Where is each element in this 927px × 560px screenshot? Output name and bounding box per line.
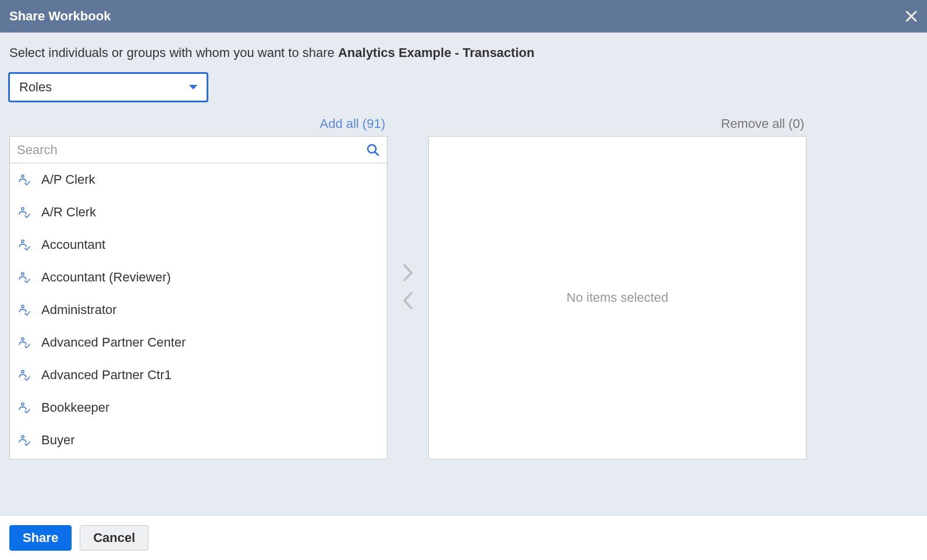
- dialog-footer: Share Cancel: [0, 515, 927, 560]
- instruction-prefix: Select individuals or groups with whom y…: [9, 45, 338, 60]
- role-icon: [17, 433, 31, 447]
- svg-point-2: [22, 208, 24, 210]
- list-item-label: Buyer: [41, 433, 74, 448]
- dialog-title: Share Workbook: [9, 9, 111, 24]
- share-type-dropdown[interactable]: Roles: [9, 73, 207, 101]
- available-panel: A/P ClerkA/R ClerkAccountantAccountant (…: [9, 136, 388, 459]
- role-icon: [17, 238, 31, 252]
- svg-point-7: [22, 370, 24, 373]
- move-right-button[interactable]: [402, 263, 414, 285]
- list-item[interactable]: Bookkeeper: [10, 391, 387, 424]
- dropdown-selected-label: Roles: [19, 80, 52, 95]
- svg-point-8: [22, 403, 24, 405]
- list-item[interactable]: Accountant (Reviewer): [10, 261, 387, 294]
- list-item-label: Administrator: [41, 302, 117, 318]
- svg-point-3: [22, 240, 24, 242]
- svg-point-5: [22, 305, 24, 308]
- svg-point-9: [22, 436, 24, 438]
- selected-panel-wrap: Remove all (0) No items selected: [428, 116, 807, 459]
- dual-list-picker: Add all (91) A/P ClerkA/R ClerkAccountan…: [9, 116, 918, 459]
- svg-point-6: [22, 338, 24, 340]
- list-item-label: Advanced Partner Ctr1: [41, 368, 172, 383]
- role-icon: [17, 401, 31, 415]
- list-item[interactable]: Administrator: [10, 294, 387, 326]
- add-all-link[interactable]: Add all (91): [319, 116, 385, 131]
- cancel-button[interactable]: Cancel: [80, 525, 148, 551]
- list-item-label: Advanced Partner Center: [41, 335, 186, 350]
- list-item[interactable]: A/P Clerk: [10, 163, 387, 196]
- available-list[interactable]: A/P ClerkA/R ClerkAccountantAccountant (…: [10, 163, 387, 459]
- list-item[interactable]: Accountant: [10, 229, 387, 261]
- list-item[interactable]: A/R Clerk: [10, 196, 387, 229]
- search-input[interactable]: [17, 142, 366, 158]
- role-icon: [17, 270, 31, 284]
- remove-all-link[interactable]: Remove all (0): [721, 116, 804, 131]
- workbook-name: Analytics Example - Transaction: [338, 45, 534, 60]
- move-left-button[interactable]: [402, 291, 414, 313]
- selected-panel: No items selected: [428, 136, 807, 459]
- role-icon: [17, 173, 31, 187]
- close-icon[interactable]: [905, 10, 918, 23]
- svg-point-1: [22, 175, 24, 177]
- selected-actionbar: Remove all (0): [428, 116, 807, 136]
- share-button[interactable]: Share: [9, 525, 72, 551]
- titlebar: Share Workbook: [0, 0, 927, 33]
- list-item-label: Bookkeeper: [41, 400, 109, 415]
- available-actionbar: Add all (91): [9, 116, 388, 136]
- search-icon[interactable]: [366, 143, 380, 157]
- role-icon: [17, 205, 31, 219]
- list-item[interactable]: Advanced Partner Ctr1: [10, 359, 387, 391]
- instruction-text: Select individuals or groups with whom y…: [9, 45, 918, 60]
- role-icon: [17, 336, 31, 349]
- available-panel-wrap: Add all (91) A/P ClerkA/R ClerkAccountan…: [9, 116, 388, 459]
- search-bar: [10, 137, 387, 163]
- role-icon: [17, 368, 31, 382]
- mover-controls: [388, 116, 428, 459]
- list-item[interactable]: Buyer: [10, 424, 387, 456]
- no-items-placeholder: No items selected: [567, 290, 669, 305]
- list-item-label: A/P Clerk: [41, 172, 95, 187]
- list-item-label: Accountant: [41, 237, 105, 252]
- svg-point-4: [22, 273, 24, 275]
- dialog-content: Select individuals or groups with whom y…: [0, 33, 927, 515]
- list-item-label: A/R Clerk: [41, 205, 96, 220]
- role-icon: [17, 303, 31, 317]
- list-item-label: Accountant (Reviewer): [41, 270, 171, 285]
- list-item[interactable]: Advanced Partner Center: [10, 326, 387, 359]
- chevron-down-icon: [189, 85, 197, 90]
